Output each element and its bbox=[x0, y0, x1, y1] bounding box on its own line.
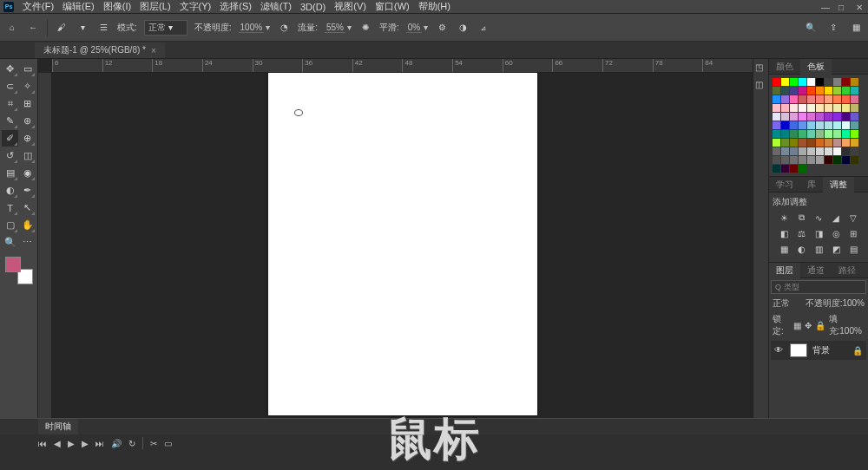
swatch[interactable] bbox=[833, 139, 841, 147]
back-icon[interactable]: ← bbox=[26, 21, 40, 35]
swatch[interactable] bbox=[781, 113, 789, 121]
filter-icon[interactable]: ◎ bbox=[830, 227, 842, 239]
first-frame-icon[interactable]: ⏮ bbox=[38, 439, 47, 448]
swatch[interactable] bbox=[825, 78, 832, 86]
swatch[interactable] bbox=[825, 121, 832, 129]
swatch[interactable] bbox=[851, 95, 858, 103]
lock-pixels-icon[interactable]: ▦ bbox=[793, 321, 801, 330]
swatch[interactable] bbox=[816, 139, 824, 147]
swatch[interactable] bbox=[790, 156, 798, 164]
swatch[interactable] bbox=[790, 130, 798, 138]
swatch[interactable] bbox=[773, 156, 780, 164]
canvas[interactable] bbox=[268, 73, 537, 415]
brush-tool[interactable]: ✐ bbox=[2, 130, 18, 147]
levels-icon[interactable]: ⧉ bbox=[795, 212, 807, 224]
dropdown-icon[interactable]: ▾ bbox=[76, 21, 89, 35]
invert-icon[interactable]: ◐ bbox=[795, 243, 807, 255]
swatch[interactable] bbox=[851, 130, 858, 138]
zoom-tool[interactable]: 🔍 bbox=[2, 234, 18, 251]
swatch[interactable] bbox=[799, 113, 806, 121]
properties-panel-icon[interactable]: ◫ bbox=[755, 80, 767, 92]
hue-icon[interactable]: ◧ bbox=[778, 227, 790, 239]
swatch[interactable] bbox=[807, 113, 815, 121]
swatch[interactable] bbox=[773, 121, 780, 129]
smooth-value[interactable]: 0% bbox=[406, 23, 422, 33]
frame-tool[interactable]: ⊞ bbox=[19, 95, 36, 112]
hand-tool[interactable]: ✋ bbox=[19, 217, 36, 233]
tab-paths[interactable]: 路径 bbox=[832, 263, 863, 278]
swatch[interactable] bbox=[781, 87, 789, 95]
swatch[interactable] bbox=[851, 78, 858, 86]
swatch[interactable] bbox=[781, 147, 789, 155]
swatch[interactable] bbox=[833, 130, 841, 138]
tab-swatches[interactable]: 色板 bbox=[800, 59, 832, 75]
vibrance-icon[interactable]: ▽ bbox=[847, 212, 859, 224]
swatch[interactable] bbox=[825, 156, 832, 164]
swatch[interactable] bbox=[851, 139, 858, 147]
menu-window[interactable]: 窗口(W) bbox=[375, 0, 410, 13]
swatch[interactable] bbox=[842, 113, 850, 121]
symmetry-icon[interactable]: ⦞ bbox=[477, 21, 490, 35]
swatch[interactable] bbox=[790, 95, 798, 103]
swatch[interactable] bbox=[842, 78, 850, 86]
swatch[interactable] bbox=[825, 95, 832, 103]
swatch[interactable] bbox=[799, 121, 806, 129]
threshold-icon[interactable]: ◩ bbox=[830, 243, 842, 255]
swatch[interactable] bbox=[799, 156, 806, 164]
swatch[interactable] bbox=[781, 121, 789, 129]
share-icon[interactable]: ⇪ bbox=[826, 21, 840, 35]
pressure-opacity-icon[interactable]: ◔ bbox=[277, 21, 291, 35]
posterize-icon[interactable]: ▥ bbox=[812, 243, 825, 255]
swatch[interactable] bbox=[807, 147, 815, 155]
window-maximize-icon[interactable]: □ bbox=[838, 3, 847, 11]
dodge-tool[interactable]: ◐ bbox=[2, 182, 18, 199]
swatch[interactable] bbox=[842, 95, 850, 103]
swatch[interactable] bbox=[833, 87, 841, 95]
tab-color[interactable]: 颜色 bbox=[769, 59, 800, 75]
swatch[interactable] bbox=[842, 139, 850, 147]
swatch[interactable] bbox=[799, 78, 806, 86]
swatch[interactable] bbox=[816, 130, 824, 138]
swatch[interactable] bbox=[799, 147, 806, 155]
airbrush-icon[interactable]: ✺ bbox=[358, 21, 372, 35]
swatch[interactable] bbox=[833, 78, 841, 86]
swatch[interactable] bbox=[790, 104, 798, 112]
swatch[interactable] bbox=[833, 95, 841, 103]
swatch[interactable] bbox=[842, 104, 850, 112]
swatch[interactable] bbox=[773, 139, 780, 147]
swatch[interactable] bbox=[781, 156, 789, 164]
menu-layer[interactable]: 图层(L) bbox=[140, 0, 170, 13]
move-tool[interactable]: ✥ bbox=[2, 61, 18, 77]
swatch[interactable] bbox=[833, 156, 841, 164]
swatch[interactable] bbox=[799, 95, 806, 103]
transition-icon[interactable]: ▭ bbox=[164, 439, 172, 448]
swatch[interactable] bbox=[773, 78, 780, 86]
swatch[interactable] bbox=[807, 95, 815, 103]
marquee-tool[interactable]: ▭ bbox=[19, 61, 36, 77]
swatch[interactable] bbox=[851, 147, 858, 155]
menu-help[interactable]: 帮助(H) bbox=[418, 0, 450, 13]
swatch[interactable] bbox=[842, 156, 850, 164]
swatch[interactable] bbox=[790, 165, 798, 173]
flow-value[interactable]: 55% bbox=[325, 23, 345, 33]
swatch[interactable] bbox=[790, 87, 798, 95]
workspace-icon[interactable]: ▦ bbox=[849, 21, 863, 35]
swatch[interactable] bbox=[816, 113, 824, 121]
swatch[interactable] bbox=[807, 130, 815, 138]
swatch[interactable] bbox=[781, 139, 789, 147]
eraser-tool[interactable]: ◫ bbox=[19, 147, 36, 164]
swatch[interactable] bbox=[825, 104, 832, 112]
search-icon[interactable]: 🔍 bbox=[804, 21, 818, 35]
swatch[interactable] bbox=[825, 147, 832, 155]
heal-tool[interactable]: ⊛ bbox=[19, 113, 36, 129]
prev-frame-icon[interactable]: ◀ bbox=[54, 439, 61, 448]
layer-thumbnail[interactable] bbox=[790, 343, 807, 357]
swatch[interactable] bbox=[816, 95, 824, 103]
swatch[interactable] bbox=[790, 139, 798, 147]
opacity-value[interactable]: 100% bbox=[239, 23, 265, 33]
swatch[interactable] bbox=[781, 165, 789, 173]
swatch[interactable] bbox=[790, 121, 798, 129]
swatch[interactable] bbox=[833, 113, 841, 121]
swatch[interactable] bbox=[799, 165, 806, 173]
swatch[interactable] bbox=[842, 87, 850, 95]
